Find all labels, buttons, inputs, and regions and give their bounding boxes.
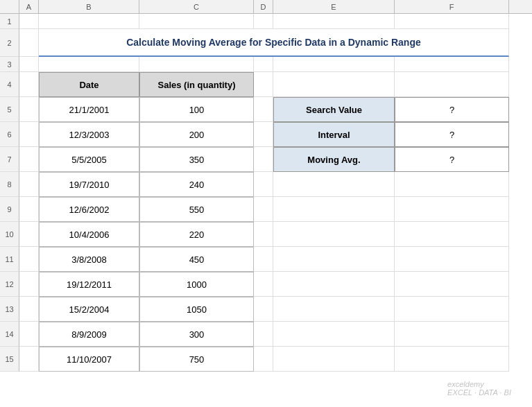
cell-f4[interactable] — [395, 72, 509, 97]
table-row: 2Calculate Moving Average for Specific D… — [0, 29, 532, 57]
cell-e9[interactable] — [273, 197, 395, 222]
data-sales-5[interactable]: 100 — [139, 97, 254, 122]
table-row: 521/1/2001100Search Value? — [0, 97, 532, 122]
cell-a3[interactable] — [19, 57, 39, 72]
cell-e15[interactable] — [273, 347, 395, 372]
cell-e14[interactable] — [273, 322, 395, 347]
cell-a2[interactable] — [19, 29, 39, 57]
info-value-7[interactable]: ? — [395, 147, 509, 172]
col-header-e[interactable]: E — [273, 0, 395, 13]
row-num-15: 15 — [0, 347, 19, 372]
data-sales-15[interactable]: 750 — [139, 347, 254, 372]
table-row: 1010/4/2006220 — [0, 222, 532, 247]
cell-e11[interactable] — [273, 247, 395, 272]
data-sales-6[interactable]: 200 — [139, 122, 254, 147]
cell-d7[interactable] — [254, 147, 273, 172]
cell-f1[interactable] — [395, 14, 509, 29]
data-date-11[interactable]: 3/8/2008 — [39, 247, 139, 272]
table-row: 75/5/2005350Moving Avg.? — [0, 147, 532, 172]
col-header-a[interactable]: A — [19, 0, 39, 13]
cell-a7[interactable] — [19, 147, 39, 172]
data-date-12[interactable]: 19/12/2011 — [39, 272, 139, 297]
cell-c3[interactable] — [139, 57, 254, 72]
cell-f15[interactable] — [395, 347, 509, 372]
data-sales-12[interactable]: 1000 — [139, 272, 254, 297]
col-header-d[interactable]: D — [254, 0, 273, 13]
data-date-9[interactable]: 12/6/2002 — [39, 197, 139, 222]
cell-d12[interactable] — [254, 272, 273, 297]
cell-b3[interactable] — [39, 57, 139, 72]
cell-d15[interactable] — [254, 347, 273, 372]
col-header-sales: Sales (in quantity) — [139, 72, 254, 97]
cell-f11[interactable] — [395, 247, 509, 272]
data-sales-11[interactable]: 450 — [139, 247, 254, 272]
data-date-6[interactable]: 12/3/2003 — [39, 122, 139, 147]
data-date-14[interactable]: 8/9/2009 — [39, 322, 139, 347]
row-num-2: 2 — [0, 29, 19, 57]
cell-f8[interactable] — [395, 172, 509, 197]
data-sales-13[interactable]: 1050 — [139, 297, 254, 322]
data-sales-9[interactable]: 550 — [139, 197, 254, 222]
cell-e1[interactable] — [273, 14, 395, 29]
cell-f9[interactable] — [395, 197, 509, 222]
data-date-15[interactable]: 11/10/2007 — [39, 347, 139, 372]
cell-f13[interactable] — [395, 297, 509, 322]
cell-f12[interactable] — [395, 272, 509, 297]
info-value-6[interactable]: ? — [395, 122, 509, 147]
cell-e3[interactable] — [273, 57, 395, 72]
cell-d1[interactable] — [254, 14, 273, 29]
table-row: 819/7/2010240 — [0, 172, 532, 197]
cell-a11[interactable] — [19, 247, 39, 272]
cell-a1[interactable] — [19, 14, 39, 29]
cell-e4[interactable] — [273, 72, 395, 97]
cell-e8[interactable] — [273, 172, 395, 197]
cell-d5[interactable] — [254, 97, 273, 122]
cell-d8[interactable] — [254, 172, 273, 197]
cell-d10[interactable] — [254, 222, 273, 247]
cell-d14[interactable] — [254, 322, 273, 347]
cell-a14[interactable] — [19, 322, 39, 347]
row-num-4: 4 — [0, 72, 19, 97]
cell-d4[interactable] — [254, 72, 273, 97]
data-date-10[interactable]: 10/4/2006 — [39, 222, 139, 247]
cell-a8[interactable] — [19, 172, 39, 197]
cell-a4[interactable] — [19, 72, 39, 97]
info-value-5[interactable]: ? — [395, 97, 509, 122]
cell-d9[interactable] — [254, 197, 273, 222]
cell-f14[interactable] — [395, 322, 509, 347]
cell-f3[interactable] — [395, 57, 509, 72]
cell-a9[interactable] — [19, 197, 39, 222]
cell-d3[interactable] — [254, 57, 273, 72]
cell-a6[interactable] — [19, 122, 39, 147]
cell-b1[interactable] — [39, 14, 139, 29]
data-sales-8[interactable]: 240 — [139, 172, 254, 197]
cell-a13[interactable] — [19, 297, 39, 322]
cell-a12[interactable] — [19, 272, 39, 297]
data-sales-7[interactable]: 350 — [139, 147, 254, 172]
data-date-7[interactable]: 5/5/2005 — [39, 147, 139, 172]
cell-c1[interactable] — [139, 14, 254, 29]
cell-d11[interactable] — [254, 247, 273, 272]
table-row: 1511/10/2007750 — [0, 347, 532, 372]
col-header-b[interactable]: B — [39, 0, 139, 13]
cell-e13[interactable] — [273, 297, 395, 322]
column-headers: A B C D E F — [0, 0, 532, 14]
cell-a5[interactable] — [19, 97, 39, 122]
col-header-f[interactable]: F — [395, 0, 509, 13]
cell-e10[interactable] — [273, 222, 395, 247]
data-date-13[interactable]: 15/2/2004 — [39, 297, 139, 322]
data-date-8[interactable]: 19/7/2010 — [39, 172, 139, 197]
cell-d6[interactable] — [254, 122, 273, 147]
data-sales-10[interactable]: 220 — [139, 222, 254, 247]
info-label-6: Interval — [273, 122, 395, 147]
data-date-5[interactable]: 21/1/2001 — [39, 97, 139, 122]
col-header-c[interactable]: C — [139, 0, 254, 13]
cell-e12[interactable] — [273, 272, 395, 297]
cell-f10[interactable] — [395, 222, 509, 247]
cell-d13[interactable] — [254, 297, 273, 322]
row-num-3: 3 — [0, 57, 19, 72]
row-num-8: 8 — [0, 172, 19, 197]
data-sales-14[interactable]: 300 — [139, 322, 254, 347]
cell-a10[interactable] — [19, 222, 39, 247]
cell-a15[interactable] — [19, 347, 39, 372]
